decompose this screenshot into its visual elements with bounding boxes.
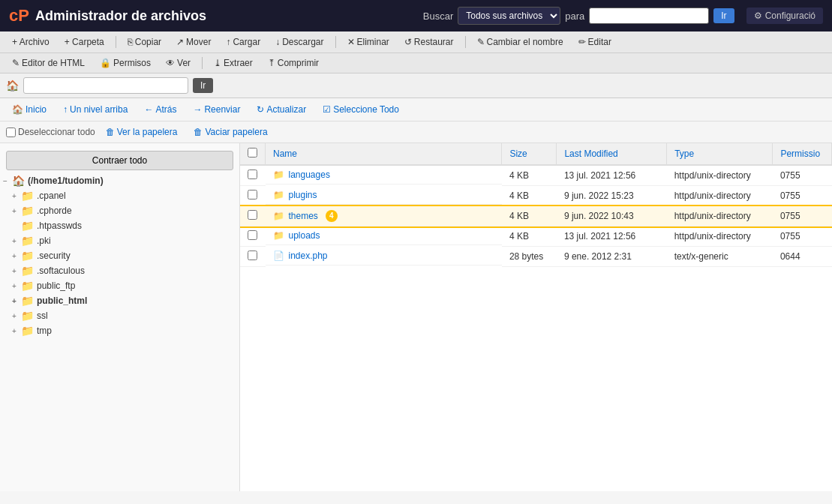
col-header-modified[interactable]: Last Modified — [557, 143, 667, 165]
editar-button[interactable]: ✏ Editar — [572, 34, 617, 50]
sidebar-item-htpasswds[interactable]: 📁 .htpasswds — [0, 218, 239, 233]
row-permissions-cell: 0644 — [773, 247, 832, 267]
sidebar-item-tmp[interactable]: + 📁 tmp — [0, 323, 239, 338]
sidebar-item-public-html[interactable]: + 📁 public_html — [0, 293, 239, 308]
col-header-name[interactable]: Name — [266, 143, 502, 165]
cpanel-folder-icon: 📁 — [21, 190, 34, 202]
row-type-cell: httpd/unix-directory — [667, 206, 773, 226]
sidebar-item-cphorde[interactable]: + 📁 .cphorde — [0, 203, 239, 218]
table-row[interactable]: 📁plugins4 KB9 jun. 2022 15:23httpd/unix-… — [240, 186, 832, 206]
app-title: Administrador de archivos — [35, 8, 206, 24]
deseleccionar-checkbox[interactable] — [6, 128, 16, 137]
table-row[interactable]: 📁languages4 KB13 jul. 2021 12:56httpd/un… — [240, 165, 832, 186]
copiar-button[interactable]: ⎘ Copiar — [122, 34, 167, 50]
reenviar-button[interactable]: → Reenviar — [187, 102, 246, 117]
up-icon: ↑ — [63, 104, 68, 115]
inicio-button[interactable]: 🏠 Inicio — [6, 102, 53, 117]
row-checkbox[interactable] — [248, 230, 257, 240]
collapse-all-button[interactable]: Contraer todo — [6, 151, 233, 170]
seleccione-todo-button[interactable]: ☑ Seleccione Todo — [317, 102, 405, 117]
row-permissions-cell: 0755 — [773, 226, 832, 247]
row-name-cell[interactable]: 📁themes4 — [266, 206, 502, 226]
config-button[interactable]: ⚙ Configuració — [746, 8, 823, 24]
row-name-cell[interactable]: 📁plugins — [266, 186, 502, 205]
path-input[interactable]: public_html/wp-content — [23, 77, 188, 94]
table-row[interactable]: 📁uploads4 KB13 jul. 2021 12:56httpd/unix… — [240, 226, 832, 247]
editor-html-button[interactable]: ✎ Editor de HTML — [6, 56, 91, 70]
deseleccionar-label[interactable]: Deseleccionar todo — [6, 127, 95, 137]
public-html-label: public_html — [37, 296, 87, 306]
gear-icon: ⚙ — [754, 10, 762, 21]
home-icon: 🏠 — [6, 80, 19, 92]
cargar-button[interactable]: ↑ Cargar — [220, 34, 266, 50]
folder-icon: 📁 — [273, 190, 284, 200]
row-checkbox[interactable] — [248, 210, 257, 220]
row-checkbox[interactable] — [248, 190, 257, 200]
sidebar-item-cpanel[interactable]: + 📁 .cpanel — [0, 188, 239, 203]
restaurar-button[interactable]: ↺ Restaurar — [398, 34, 460, 50]
row-name: plugins — [289, 190, 317, 200]
carpeta-button[interactable]: + Carpeta — [59, 34, 110, 50]
move-icon: ↗ — [176, 37, 184, 47]
tmp-folder-icon: 📁 — [21, 325, 34, 337]
cambiar-nombre-button[interactable]: ✎ Cambiar el nombre — [471, 34, 569, 50]
forward-icon: → — [193, 104, 202, 115]
path-go-button[interactable]: Ir — [193, 78, 213, 93]
row-checkbox[interactable] — [248, 250, 257, 260]
back-icon: ← — [144, 104, 153, 115]
extract-icon: ⤓ — [214, 58, 221, 68]
sidebar-item-public-ftp[interactable]: + 📁 public_ftp — [0, 278, 239, 293]
vaciar-papelera-button[interactable]: 🗑 Vaciar papelera — [188, 124, 273, 140]
table-row[interactable]: 📁themes44 KB9 jun. 2022 10:43httpd/unix-… — [240, 206, 832, 226]
row-checkbox[interactable] — [248, 170, 257, 179]
archivo-button[interactable]: + Archivo — [6, 34, 56, 50]
ver-button[interactable]: 👁 Ver — [160, 56, 197, 70]
search-scope-select[interactable]: Todos sus archivos — [458, 7, 560, 25]
folder-icon: 📁 — [273, 211, 284, 221]
search-input[interactable] — [589, 8, 709, 24]
row-permissions-cell: 0755 — [773, 165, 832, 186]
col-header-size[interactable]: Size — [502, 143, 557, 165]
actions-bar: Deseleccionar todo 🗑 Ver la papelera 🗑 V… — [0, 122, 832, 143]
folder-icon: 📁 — [273, 230, 284, 241]
rename-icon: ✎ — [477, 37, 485, 47]
row-name-cell[interactable]: 📁uploads — [266, 226, 502, 245]
col-header-type[interactable]: Type — [667, 143, 773, 165]
row-modified-cell: 13 jul. 2021 12:56 — [557, 226, 667, 247]
un-nivel-button[interactable]: ↑ Un nivel arriba — [57, 102, 134, 117]
search-para-label: para — [565, 10, 584, 22]
public-ftp-label: public_ftp — [37, 280, 75, 291]
config-label: Configuració — [765, 10, 815, 21]
root-folder-icon: 🏠 — [12, 175, 25, 187]
sidebar-item-pki[interactable]: + 📁 .pki — [0, 233, 239, 248]
eye-icon: 👁 — [166, 58, 175, 68]
atras-button[interactable]: ← Atrás — [138, 102, 182, 117]
divider2 — [335, 36, 336, 48]
table-row[interactable]: 📄index.php28 bytes9 ene. 2012 2:31text/x… — [240, 247, 832, 267]
row-name-cell[interactable]: 📄index.php — [266, 247, 502, 266]
sidebar-item-ssl[interactable]: + 📁 ssl — [0, 308, 239, 323]
cphorde-folder-icon: 📁 — [21, 205, 34, 217]
row-name: uploads — [289, 230, 320, 241]
ver-papelera-button[interactable]: 🗑 Ver la papelera — [100, 124, 184, 140]
row-name: themes — [289, 211, 318, 221]
html-icon: ✎ — [12, 58, 20, 68]
public-ftp-toggle: + — [12, 282, 21, 290]
sidebar-item-softaculous[interactable]: + 📁 .softaculous — [0, 263, 239, 278]
search-label: Buscar — [423, 10, 453, 22]
mover-button[interactable]: ↗ Mover — [170, 34, 217, 50]
actualizar-button[interactable]: ↻ Actualizar — [251, 102, 312, 117]
row-name-cell[interactable]: 📁languages — [266, 166, 502, 184]
divider4 — [202, 57, 203, 69]
permisos-button[interactable]: 🔒 Permisos — [94, 56, 157, 70]
public-ftp-folder-icon: 📁 — [21, 280, 34, 292]
tree-root[interactable]: − 🏠 (/home1/tudomin) — [0, 173, 239, 188]
extraer-button[interactable]: ⤓ Extraer — [208, 56, 259, 70]
select-all-checkbox[interactable] — [248, 148, 257, 158]
sidebar-item-security[interactable]: + 📁 .security — [0, 248, 239, 263]
comprimir-button[interactable]: ⤒ Comprimir — [262, 56, 325, 70]
col-header-permissions[interactable]: Permissio — [773, 143, 832, 165]
eliminar-button[interactable]: ✕ Eliminar — [341, 34, 395, 50]
search-button[interactable]: Ir — [713, 8, 734, 23]
descargar-button[interactable]: ↓ Descargar — [269, 34, 329, 50]
